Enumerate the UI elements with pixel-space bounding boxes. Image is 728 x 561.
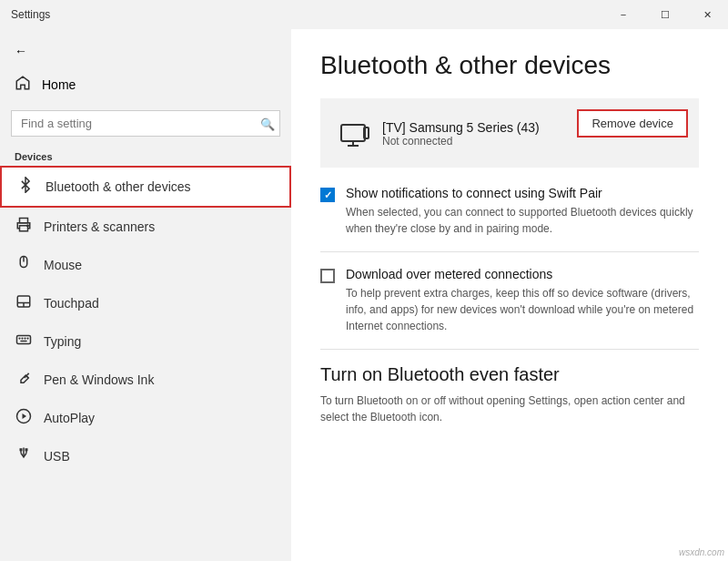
section-divider-1	[320, 251, 699, 252]
swift-pair-checkbox[interactable]	[320, 188, 335, 202]
metered-label: Download over metered connections	[346, 267, 699, 281]
svg-rect-19	[25, 449, 27, 451]
close-button[interactable]: ✕	[686, 0, 728, 29]
main-content: ← Home 🔍 Devices	[0, 29, 728, 561]
page-title: Bluetooth & other devices	[320, 51, 699, 80]
settings-window: Settings − ☐ ✕ ← Home	[0, 0, 728, 561]
remove-device-button[interactable]: Remove device	[577, 109, 688, 138]
title-bar: Settings − ☐ ✕	[0, 0, 728, 29]
sidebar-section-title: Devices	[0, 144, 291, 166]
svg-rect-18	[20, 449, 22, 451]
svg-rect-8	[17, 336, 31, 344]
device-info: [TV] Samsung 5 Series (43) Not connected	[382, 120, 540, 148]
sidebar-item-pen[interactable]: Pen & Windows Ink	[0, 361, 291, 399]
content-pane: Bluetooth & other devices Remove device …	[291, 29, 728, 561]
sidebar-item-bluetooth[interactable]: Bluetooth & other devices	[0, 166, 291, 208]
search-button[interactable]: 🔍	[260, 117, 275, 130]
back-icon: ←	[15, 44, 27, 58]
touchpad-icon	[15, 293, 33, 313]
sidebar-item-mouse-label: Mouse	[44, 258, 82, 272]
autoplay-icon	[15, 408, 33, 428]
device-status: Not connected	[382, 135, 540, 148]
sidebar-item-printers[interactable]: Printers & scanners	[0, 208, 291, 246]
search-input[interactable]	[11, 110, 280, 137]
printer-icon	[15, 217, 33, 237]
home-icon	[15, 75, 31, 94]
sidebar-item-usb-label: USB	[44, 449, 70, 464]
metered-checkbox-unchecked[interactable]	[320, 269, 335, 283]
sidebar-item-mouse[interactable]: Mouse	[0, 246, 291, 284]
home-nav-item[interactable]: Home	[0, 66, 291, 103]
metered-description: To help prevent extra charges, keep this…	[346, 285, 699, 334]
sidebar-item-autoplay[interactable]: AutoPlay	[0, 399, 291, 437]
svg-rect-1	[20, 226, 28, 231]
usb-icon	[15, 446, 33, 466]
svg-point-2	[27, 225, 29, 227]
faster-title: Turn on Bluetooth even faster	[320, 364, 699, 385]
home-label: Home	[42, 77, 76, 92]
swift-pair-row: Show notifications to connect using Swif…	[320, 186, 699, 237]
faster-description: To turn Bluetooth on or off without open…	[320, 393, 699, 425]
watermark: wsxdn.com	[679, 547, 724, 557]
tv-device-icon	[339, 120, 371, 153]
device-section: Remove device [TV] Samsung 5 Series (43)…	[320, 98, 699, 168]
sidebar-item-printers-label: Printers & scanners	[44, 219, 155, 234]
sidebar-item-pen-label: Pen & Windows Ink	[44, 372, 154, 387]
swift-pair-text: Show notifications to connect using Swif…	[346, 186, 699, 237]
maximize-button[interactable]: ☐	[644, 0, 686, 29]
device-name: [TV] Samsung 5 Series (43)	[382, 120, 540, 135]
metered-text: Download over metered connections To hel…	[346, 267, 699, 334]
swift-pair-label: Show notifications to connect using Swif…	[346, 186, 699, 200]
swift-pair-description: When selected, you can connect to suppor…	[346, 204, 699, 237]
pen-icon	[15, 370, 33, 390]
svg-rect-0	[20, 219, 28, 223]
sidebar-item-autoplay-label: AutoPlay	[44, 411, 95, 425]
sidebar-item-touchpad-label: Touchpad	[44, 296, 99, 311]
svg-marker-15	[23, 413, 27, 419]
sidebar-item-typing-label: Typing	[44, 334, 81, 349]
svg-rect-23	[364, 128, 369, 138]
title-bar-title: Settings	[11, 8, 50, 21]
typing-icon	[15, 332, 33, 352]
swift-pair-checkbox-checked[interactable]	[320, 188, 335, 202]
sidebar-item-usb[interactable]: USB	[0, 437, 291, 475]
sidebar-item-bluetooth-label: Bluetooth & other devices	[46, 179, 191, 194]
back-button[interactable]: ←	[0, 36, 291, 66]
title-bar-left: Settings	[11, 8, 50, 21]
minimize-button[interactable]: −	[602, 0, 644, 29]
sidebar-item-touchpad[interactable]: Touchpad	[0, 284, 291, 322]
search-box: 🔍	[11, 110, 280, 137]
metered-checkbox[interactable]	[320, 269, 335, 283]
sidebar: ← Home 🔍 Devices	[0, 29, 291, 561]
section-divider-2	[320, 349, 699, 350]
svg-rect-20	[341, 125, 365, 141]
title-bar-controls: − ☐ ✕	[602, 0, 728, 29]
metered-row: Download over metered connections To hel…	[320, 267, 699, 334]
bluetooth-icon	[16, 177, 35, 197]
sidebar-item-typing[interactable]: Typing	[0, 322, 291, 361]
mouse-icon	[15, 255, 33, 275]
